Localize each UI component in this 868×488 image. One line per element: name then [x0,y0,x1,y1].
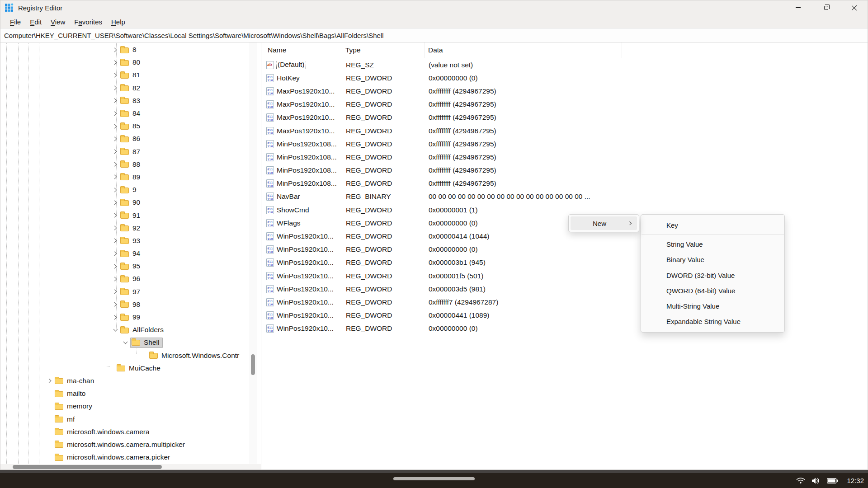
submenu-item-key[interactable]: Key [641,217,784,233]
tree-item-label: 87 [132,148,140,156]
expand-chevron-icon[interactable] [110,252,120,255]
tree-item-84[interactable]: 84 [0,107,253,120]
expand-chevron-icon[interactable] [110,99,120,102]
taskbar-center-pill[interactable] [393,477,475,480]
tree-item-83[interactable]: 83 [0,94,253,107]
expand-chevron-icon[interactable] [110,201,120,204]
tree-item-90[interactable]: 90 [0,196,253,209]
expand-chevron-icon[interactable] [110,303,120,306]
registry-value-row-maxpos1920x10[interactable]: MaxPos1920x10...REG_DWORD0xffffffff (429… [264,98,868,111]
expand-chevron-icon[interactable] [110,112,120,115]
minimize-button[interactable] [784,0,812,15]
tree-item-91[interactable]: 91 [0,209,253,221]
submenu-item-qword-64-bit-value[interactable]: QWORD (64-bit) Value [641,283,784,298]
submenu-item-expandable-string-value[interactable]: Expandable String Value [641,314,784,329]
tree-item-98[interactable]: 98 [0,298,253,311]
expand-chevron-icon[interactable] [110,239,120,242]
expand-chevron-icon[interactable] [110,277,120,281]
expand-chevron-icon[interactable] [45,379,55,382]
tree-item-95[interactable]: 95 [0,260,253,272]
tree-horizontal-scrollbar[interactable] [0,464,261,470]
registry-value-row-maxpos1920x10[interactable]: MaxPos1920x10...REG_DWORD0xffffffff (429… [264,111,868,124]
expand-chevron-icon[interactable] [110,226,120,230]
expand-chevron-icon[interactable] [110,265,120,268]
submenu-item-dword-32-bit-value[interactable]: DWORD (32-bit) Value [641,267,784,283]
registry-value-row-minpos1920x108[interactable]: MinPos1920x108...REG_DWORD0xffffffff (42… [264,137,868,150]
tree-item-mailto[interactable]: mailto [0,387,253,400]
menu-view[interactable]: View [46,17,70,27]
registry-path: Computer\HKEY_CURRENT_USER\Software\Clas… [4,32,383,39]
menu-help[interactable]: Help [107,17,130,27]
column-header-data[interactable]: Data [425,42,622,58]
tree-item-82[interactable]: 82 [0,82,253,94]
tree-item-88[interactable]: 88 [0,158,253,171]
menu-favorites[interactable]: Favorites [70,17,107,27]
restore-button[interactable] [812,0,840,15]
expand-chevron-icon[interactable] [110,137,120,141]
tree-item-microsoft-windows-camera-multipicker[interactable]: microsoft.windows.camera.multipicker [0,438,253,451]
registry-value-row-maxpos1920x10[interactable]: MaxPos1920x10...REG_DWORD0xffffffff (429… [264,84,868,98]
tree-item-92[interactable]: 92 [0,222,253,235]
tree-item-80[interactable]: 80 [0,56,253,69]
tree-item-85[interactable]: 85 [0,120,253,132]
tree-item-muicache[interactable]: MuiCache [0,362,253,375]
column-header-name[interactable]: Name [264,42,342,58]
address-bar[interactable]: Computer\HKEY_CURRENT_USER\Software\Clas… [0,28,868,42]
collapse-chevron-icon[interactable] [120,342,130,343]
tree-item-mf[interactable]: mf [0,413,253,425]
tree-vertical-scrollbar-thumb[interactable] [251,354,255,375]
menu-edit[interactable]: Edit [25,17,46,27]
tree-item-93[interactable]: 93 [0,235,253,247]
tree-item-94[interactable]: 94 [0,247,253,260]
tree-item-shell[interactable]: Shell [0,336,253,349]
tree-item-99[interactable]: 99 [0,311,253,324]
tree-item-87[interactable]: 87 [0,145,253,158]
tree-item-97[interactable]: 97 [0,286,253,298]
tree-item-memory[interactable]: memory [0,400,253,413]
expand-chevron-icon[interactable] [110,290,120,293]
column-header-type[interactable]: Type [342,42,425,58]
registry-value-row-minpos1920x108[interactable]: MinPos1920x108...REG_DWORD0xffffffff (42… [264,150,868,164]
tree-item-microsoft-windows-camera-picker[interactable]: microsoft.windows.camera.picker [0,451,253,464]
tree-item-allfolders[interactable]: AllFolders [0,324,253,336]
expand-chevron-icon[interactable] [110,125,120,128]
expand-chevron-icon[interactable] [110,74,120,77]
registry-value-row-minpos1920x108[interactable]: MinPos1920x108...REG_DWORD0xffffffff (42… [264,177,868,190]
expand-chevron-icon[interactable] [110,214,120,217]
tree-item-ma-chan[interactable]: ma-chan [0,375,253,387]
submenu-item-binary-value[interactable]: Binary Value [641,252,784,267]
expand-chevron-icon[interactable] [110,188,120,192]
battery-icon[interactable] [827,478,838,484]
expand-chevron-icon[interactable] [110,48,120,52]
clock[interactable]: 12:32 [847,477,864,484]
volume-icon[interactable] [811,477,821,484]
tree-item-89[interactable]: 89 [0,171,253,183]
tree-item-81[interactable]: 81 [0,69,253,81]
registry-value-row-hotkey[interactable]: HotKeyREG_DWORD0x00000000 (0) [264,71,868,84]
registry-value-row-navbar[interactable]: NavBarREG_BINARY00 00 00 00 00 00 00 00 … [264,190,868,203]
tree-horizontal-scrollbar-thumb[interactable] [13,465,162,469]
tree-item-86[interactable]: 86 [0,132,253,145]
tree-item-microsoft-windows-contr[interactable]: Microsoft.Windows.Contr [0,349,253,362]
collapse-chevron-icon[interactable] [110,329,120,331]
context-menu-item-new[interactable]: New [571,216,637,230]
wifi-icon[interactable] [796,477,805,484]
expand-chevron-icon[interactable] [110,316,120,319]
expand-chevron-icon[interactable] [110,61,120,64]
registry-value-row-default[interactable]: (Default)REG_SZ(value not set) [264,58,868,71]
registry-value-row-maxpos1920x10[interactable]: MaxPos1920x10...REG_DWORD0xffffffff (429… [264,124,868,137]
menu-file[interactable]: File [5,17,25,27]
close-button[interactable] [840,0,868,15]
tree-vertical-scrollbar[interactable] [249,42,257,464]
submenu-item-string-value[interactable]: String Value [641,236,784,252]
tree-item-microsoft-windows-camera[interactable]: microsoft.windows.camera [0,426,253,438]
submenu-item-multi-string-value[interactable]: Multi-String Value [641,298,784,314]
tree-item-96[interactable]: 96 [0,272,253,285]
expand-chevron-icon[interactable] [110,175,120,178]
expand-chevron-icon[interactable] [110,150,120,153]
expand-chevron-icon[interactable] [110,86,120,89]
tree-item-8[interactable]: 8 [0,43,253,56]
tree-item-9[interactable]: 9 [0,183,253,196]
expand-chevron-icon[interactable] [110,163,120,166]
registry-value-row-minpos1920x108[interactable]: MinPos1920x108...REG_DWORD0xffffffff (42… [264,164,868,177]
